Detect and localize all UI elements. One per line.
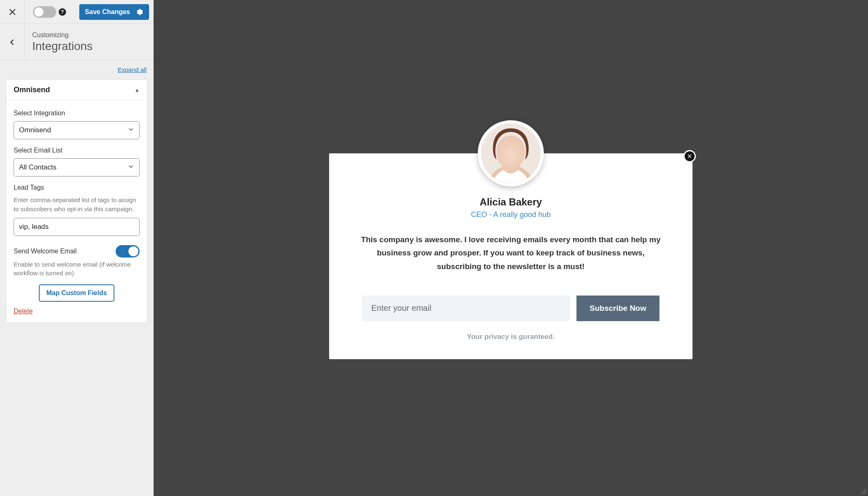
gear-icon (136, 8, 143, 16)
welcome-label: Send Welcome Email (14, 248, 77, 255)
expand-all-link[interactable]: Expand all (118, 66, 147, 73)
chevron-left-icon (9, 38, 16, 46)
lead-tags-label: Lead Tags (14, 184, 140, 191)
email-input[interactable] (362, 296, 570, 321)
preview-canvas: Alicia Bakery CEO - A really good hub Th… (154, 0, 868, 496)
select-integration-label: Select Integration (14, 110, 140, 117)
lead-tags-input[interactable] (14, 218, 140, 236)
select-list-wrap (14, 158, 140, 176)
resize-handle-icon[interactable] (859, 487, 866, 494)
welcome-toggle-row: Send Welcome Email (14, 245, 140, 258)
panel-title: Omnisend (14, 86, 50, 94)
customizer-sidebar: ? Save Changes Customizing Integrations … (0, 0, 154, 496)
preview-toggle[interactable] (33, 6, 56, 18)
close-icon (687, 154, 692, 159)
integration-panel: Omnisend ▲ Select Integration Select Ema… (6, 79, 147, 323)
close-customizer-button[interactable] (0, 0, 25, 24)
breadcrumb: Customizing (32, 31, 92, 39)
select-list-label: Select Email List (14, 147, 140, 154)
popup: Alicia Bakery CEO - A really good hub Th… (329, 153, 693, 359)
select-integration-wrap (14, 121, 140, 139)
panel-header[interactable]: Omnisend ▲ (6, 80, 147, 100)
save-button-label: Save Changes (85, 8, 130, 16)
section-title: Customizing Integrations (25, 31, 100, 53)
help-icon[interactable]: ? (59, 8, 66, 16)
popup-role: CEO - A really good hub (350, 210, 672, 219)
delete-link[interactable]: Delete (14, 308, 33, 315)
welcome-toggle[interactable] (116, 245, 140, 258)
back-button[interactable] (0, 24, 25, 60)
subscribe-row: Subscribe Now (362, 296, 659, 321)
page-title: Integrations (32, 40, 92, 53)
expand-all-row: Expand all (0, 60, 153, 79)
select-integration[interactable] (14, 121, 140, 139)
privacy-note: Your privacy is guranteed. (350, 333, 672, 341)
section-title-row: Customizing Integrations (0, 24, 153, 60)
avatar-image (481, 124, 541, 183)
popup-close-button[interactable] (683, 150, 696, 162)
welcome-desc: Enable to send welcome email (if welcome… (14, 260, 140, 278)
avatar (478, 120, 544, 186)
save-button[interactable]: Save Changes (79, 4, 149, 20)
close-icon (8, 8, 17, 16)
select-email-list[interactable] (14, 158, 140, 176)
sidebar-topbar: ? Save Changes (0, 0, 153, 24)
lead-tags-desc: Enter comma-separated list of tags to as… (14, 196, 140, 214)
map-custom-fields-button[interactable]: Map Custom Fields (39, 284, 114, 302)
subscribe-button[interactable]: Subscribe Now (576, 296, 659, 321)
popup-quote: This company is awesome. I love receivin… (358, 233, 664, 273)
caret-up-icon: ▲ (135, 87, 140, 93)
panel-body: Select Integration Select Email List Lea… (6, 100, 147, 322)
popup-name: Alicia Bakery (350, 196, 672, 208)
preview-toggle-wrap: ? (33, 6, 66, 18)
